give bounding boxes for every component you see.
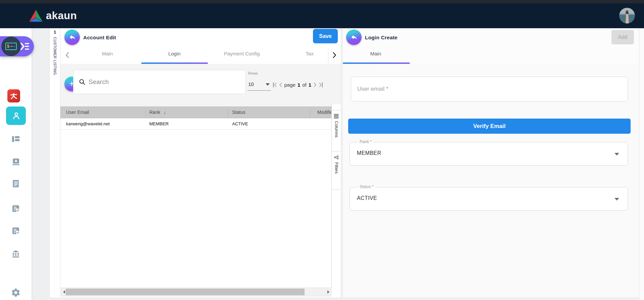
caret-down-icon [266, 83, 270, 86]
device-icon [11, 157, 21, 167]
chevron-list-icon [20, 42, 30, 50]
column-header-rank[interactable]: Rank ↓ [149, 110, 166, 115]
brand-name: akaun [46, 10, 77, 22]
vertical-scrollbar-gutter[interactable] [639, 28, 644, 300]
cheque-icon: $ [5, 43, 17, 50]
layout-icon [11, 134, 21, 144]
sort-desc-icon: ↓ [164, 110, 166, 115]
back-arrow-icon [68, 34, 76, 41]
sidebar-item-task-list-2[interactable] [10, 226, 22, 236]
status-select[interactable]: Status * ACTIVE [350, 187, 628, 211]
sidebar-item-device[interactable] [10, 157, 22, 167]
rows-per-page-select[interactable]: 10 [248, 79, 271, 91]
sidebar-item-customers-active[interactable] [6, 106, 26, 125]
account-edit-panel: Account Edit Save Main Login Payment Con… [60, 28, 341, 297]
verify-email-button[interactable]: Verify Email [348, 119, 631, 134]
receipt-icon [11, 179, 21, 189]
chevron-left-icon [274, 82, 277, 87]
caret-down-icon [614, 198, 619, 201]
sidebar-item-receipt[interactable] [10, 179, 22, 189]
prev-page-button[interactable] [279, 82, 282, 87]
brand-logo[interactable]: akaun [29, 3, 77, 28]
red-app-icon [9, 92, 18, 100]
triangle-logo-icon [29, 9, 43, 22]
window-top-strip [0, 0, 644, 3]
rows-per-page-label: Rows [248, 71, 258, 75]
total-pages: 1 [309, 82, 311, 88]
back-arrow-icon [350, 34, 358, 41]
listing-tab-label: CUSTOMER LISTING [53, 37, 57, 75]
page-word: page [284, 82, 296, 88]
back-button[interactable] [64, 30, 80, 45]
topbar: akaun [0, 3, 644, 28]
quick-action-pill[interactable]: $ [0, 36, 34, 56]
sidebar-item-task-list[interactable] [10, 204, 22, 214]
search-icon [79, 79, 86, 85]
user-email-field [351, 77, 628, 101]
user-avatar[interactable] [619, 8, 635, 24]
sidebar-item-bank[interactable] [10, 249, 22, 259]
page-title: Login Create [365, 35, 397, 41]
status-label: Status * [358, 184, 375, 189]
cheque-button[interactable]: $ [1, 37, 21, 56]
chevron-right-icon [332, 52, 337, 58]
add-button[interactable]: Add [611, 30, 634, 44]
scroll-right-arrow[interactable] [326, 288, 331, 296]
pagination: page 1 of 1 [273, 77, 341, 92]
scrollbar-thumb[interactable] [66, 289, 305, 295]
columns-icon [334, 114, 339, 119]
person-icon [11, 111, 21, 121]
back-button[interactable] [346, 30, 362, 45]
chevron-right-icon [313, 82, 317, 87]
avatar-photo [619, 8, 635, 24]
column-header-modified[interactable]: Modified [317, 110, 331, 115]
tab-main[interactable]: Main [370, 51, 381, 56]
table-tools-strip: Columns Filters [331, 104, 341, 288]
tab-login[interactable]: Login [168, 51, 181, 56]
cell-user-email: karweng@wavelet.net [66, 121, 110, 126]
rank-label: Rank * [358, 139, 373, 144]
of-word: of [302, 82, 307, 88]
search-input[interactable] [89, 78, 240, 86]
login-create-panel: Login Create Add Main Verify Email Rank … [343, 28, 639, 297]
chevron-left-icon [279, 82, 282, 87]
tab-main[interactable]: Main [102, 51, 113, 56]
filters-label: Filters [334, 162, 339, 174]
horizontal-scrollbar[interactable] [61, 288, 331, 296]
tabs-divider [328, 48, 328, 64]
listing-tab-index: 1 [50, 30, 60, 35]
rank-value: MEMBER [357, 150, 381, 156]
chevron-left-icon [65, 52, 70, 58]
table-row[interactable]: karweng@wavelet.net MEMBER ACTIVE [60, 118, 331, 130]
sidebar-item-settings[interactable] [10, 288, 22, 298]
last-page-button[interactable] [319, 82, 323, 87]
bank-icon [11, 249, 21, 259]
sidebar-item-layout[interactable] [10, 134, 22, 144]
page-title: Account Edit [83, 35, 116, 41]
save-button[interactable]: Save [313, 29, 338, 43]
cell-rank: MEMBER [149, 121, 169, 126]
columns-button[interactable]: Columns [332, 110, 341, 152]
next-page-button[interactable] [313, 82, 317, 87]
first-page-button[interactable] [273, 82, 277, 87]
gear-icon [11, 288, 21, 298]
rows-per-page-value: 10 [248, 81, 254, 87]
user-email-input[interactable] [351, 77, 628, 101]
tabs-scroll-left[interactable] [65, 52, 70, 60]
column-header-user-email[interactable]: User Email [66, 110, 89, 115]
columns-label: Columns [334, 121, 339, 137]
tab-tax[interactable]: Tax [306, 51, 313, 56]
table-header: User Email Rank ↓ Status Modified [60, 106, 331, 118]
filter-funnel-icon [334, 155, 339, 160]
tab-payment-config[interactable]: Payment Config [224, 51, 260, 56]
caret-down-icon [614, 153, 619, 156]
application-window: akaun [0, 0, 644, 300]
sidebar-item-red-app[interactable] [7, 89, 20, 102]
rank-select[interactable]: Rank * MEMBER [350, 142, 628, 166]
column-header-status[interactable]: Status [232, 110, 246, 115]
filters-button[interactable]: Filters [332, 152, 341, 190]
tab-customer-listing[interactable]: 1 CUSTOMER LISTING [49, 28, 60, 297]
task-check-icon [11, 204, 21, 214]
tabs-scroll-right[interactable] [332, 52, 337, 60]
task-check-icon [11, 226, 21, 236]
